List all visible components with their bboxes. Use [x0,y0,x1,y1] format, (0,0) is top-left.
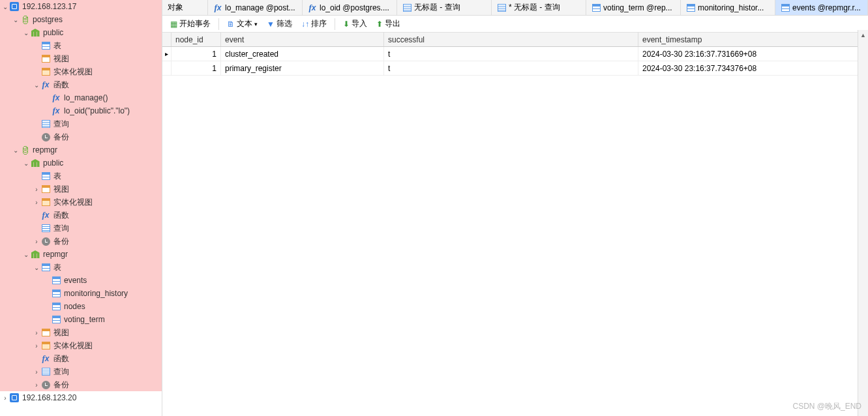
tab-query-1[interactable]: 无标题 - 查询 [397,0,492,15]
cell-node-id[interactable]: 1 [172,47,221,61]
chevron-right-icon[interactable]: › [33,368,40,376]
tables-node[interactable]: 表 [0,170,162,183]
chevron-down-icon[interactable]: ⌄ [22,160,30,167]
chevron-right-icon[interactable]: › [33,342,40,349]
column-node-id[interactable]: node_id [172,33,221,46]
server-node-1[interactable]: ⌄ 192.168.123.17 [0,0,162,13]
tab-lo-manage[interactable]: fxlo_manage @post... [208,0,303,15]
cell-node-id[interactable]: 1 [172,61,221,75]
column-event-timestamp[interactable]: event_timestamp [638,33,868,46]
query-node[interactable]: › 查询 [0,365,162,378]
chevron-right-icon[interactable]: › [1,394,9,402]
separator [335,18,335,30]
cell-successful[interactable]: t [384,61,638,75]
vertical-scrollbar[interactable]: ▲ [858,30,868,416]
chevron-right-icon[interactable]: › [33,238,40,245]
filter-button[interactable]: ▼筛选 [263,17,296,31]
tab-query-2[interactable]: * 无标题 - 查询 [492,0,586,15]
database-repmgr[interactable]: ⌄ 🛢 repmgr [0,143,162,156]
row-gutter-header [162,33,172,46]
tab-objects[interactable]: 对象 [162,0,208,15]
query-node[interactable]: 查询 [0,117,162,130]
import-button[interactable]: ⬇导入 [339,17,371,31]
chevron-down-icon[interactable]: ⌄ [33,264,40,271]
table-events[interactable]: events [0,274,162,287]
views-node[interactable]: › 视图 [0,326,162,339]
column-event[interactable]: event [221,33,384,46]
export-button[interactable]: ⬆导出 [372,17,404,31]
schema-icon [30,158,40,168]
matviews-node[interactable]: › 实体化视图 [0,196,162,209]
text-icon: 🗎 [227,20,235,29]
schema-public-2[interactable]: ⌄ public [0,156,162,170]
views-node[interactable]: › 视图 [0,183,162,196]
function-icon: fx [51,93,61,103]
table-nodes[interactable]: nodes [0,300,162,313]
chevron-right-icon[interactable]: › [33,199,40,206]
server-node-2[interactable]: › 192.168.123.20 [0,391,162,404]
matviews-node[interactable]: › 实体化视图 [0,339,162,352]
table-row[interactable]: 1 cluster_created t 2024-03-30 23:16:37.… [162,47,868,61]
table-monitoring-history[interactable]: monitoring_history [0,287,162,300]
query-icon [497,3,506,12]
functions-node[interactable]: fx 函数 [0,209,162,222]
table-voting-term[interactable]: voting_term [0,313,162,326]
grid-body[interactable]: 1 cluster_created t 2024-03-30 23:16:37.… [162,47,868,416]
backup-node[interactable]: › 备份 [0,378,162,391]
chevron-down-icon[interactable]: ⌄ [12,16,20,23]
grid-header: node_id event successful event_timestamp [162,33,868,47]
matviews-node[interactable]: 实体化视图 [0,65,162,78]
chevron-right-icon[interactable]: › [33,381,40,389]
functions-node[interactable]: fx 函数 [0,352,162,365]
database-icon: 🛢 [20,14,30,25]
table-row[interactable]: 1 primary_register t 2024-03-30 23:16:37… [162,61,868,76]
begin-transaction-button[interactable]: ▦开始事务 [166,17,215,31]
table-icon [40,262,51,273]
backup-icon [40,236,51,246]
scroll-up-icon[interactable]: ▲ [858,30,868,40]
views-node[interactable]: 视图 [0,52,162,65]
chevron-right-icon[interactable]: › [33,186,40,193]
function-icon: fx [308,3,317,12]
cell-timestamp[interactable]: 2024-03-30 23:16:37.731669+08 [638,47,868,61]
tab-lo-oid[interactable]: fxlo_oid @postgres.... [303,0,397,15]
query-icon [40,223,51,233]
cell-event[interactable]: cluster_created [221,47,384,61]
tab-monitoring-history[interactable]: monitoring_histor... [681,0,775,15]
server-label: 192.168.123.17 [22,2,76,11]
cell-timestamp[interactable]: 2024-03-30 23:16:37.734376+08 [638,61,868,75]
tab-events[interactable]: events @repmgr.r... [775,0,868,15]
sort-button[interactable]: ↓↑排序 [297,17,331,31]
tables-node[interactable]: 表 [0,39,162,52]
chevron-down-icon[interactable]: ⌄ [12,147,20,154]
table-icon [51,288,61,299]
query-node[interactable]: 查询 [0,222,162,235]
tables-node-expanded[interactable]: ⌄ 表 [0,261,162,274]
functions-node[interactable]: ⌄ fx 函数 [0,78,162,91]
server-icon [9,393,20,403]
chevron-down-icon[interactable]: ⌄ [1,3,9,10]
tab-voting-term[interactable]: voting_term @rep... [586,0,681,15]
backup-node[interactable]: › 备份 [0,235,162,248]
text-button[interactable]: 🗎文本▾ [223,17,262,31]
cell-successful[interactable]: t [384,47,638,61]
function-lo-oid[interactable]: fx lo_oid("public"."lo") [0,104,162,117]
function-icon: fx [51,106,61,116]
chevron-down-icon[interactable]: ⌄ [33,82,40,89]
column-successful[interactable]: successful [384,33,638,46]
separator [218,18,219,30]
table-icon [781,3,790,12]
database-postgres[interactable]: ⌄ 🛢 postgres [0,13,162,26]
table-icon [686,3,695,12]
backup-node[interactable]: 备份 [0,130,162,143]
schema-repmgr[interactable]: ⌄ repmgr [0,248,162,261]
table-icon [40,171,51,181]
chevron-down-icon[interactable]: ⌄ [22,29,30,37]
chevron-down-icon[interactable]: ⌄ [22,251,30,258]
filter-icon: ▼ [267,20,275,29]
connection-tree[interactable]: ⌄ 192.168.123.17 ⌄ 🛢 postgres ⌄ public 表… [0,0,162,416]
cell-event[interactable]: primary_register [221,61,384,75]
chevron-right-icon[interactable]: › [33,329,40,336]
schema-public-1[interactable]: ⌄ public [0,26,162,39]
function-lo-manage[interactable]: fx lo_manage() [0,91,162,104]
